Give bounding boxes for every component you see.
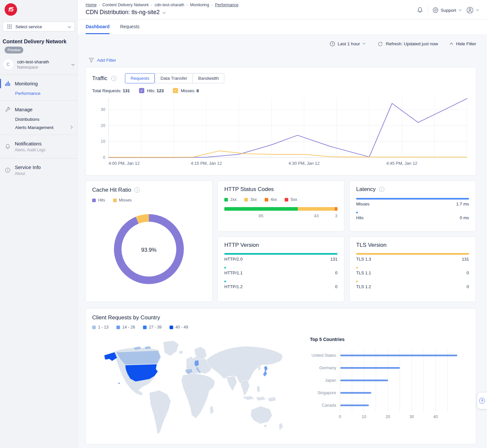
legend-range-1: 1 - 13 [92, 325, 109, 330]
info-icon[interactable]: i [111, 76, 116, 81]
breadcrumb: Home › Content Delivery Network › cdn-te… [86, 3, 238, 7]
f5-logo[interactable]: f5 [5, 3, 17, 16]
breadcrumb-monitoring[interactable]: Monitoring [190, 3, 209, 7]
user-menu-button[interactable] [466, 7, 479, 14]
nav-section-monitoring: Monitoring Performance [0, 75, 77, 100]
nav-section-notifications: Notifications Alerts, Audit Logs [0, 135, 77, 158]
http-version-card: HTTP Version HTTP/2.0131 HTTP/1.10 HTTP/… [217, 236, 344, 302]
add-filter-button[interactable]: Add Filter [85, 56, 476, 64]
latency-row-hits: Hits0 ms [356, 212, 469, 220]
bar-chart-icon [4, 81, 11, 86]
page-title-dropdown[interactable]: CDN Distribution: tls-ng-site2 [86, 9, 238, 16]
dashboard-toolbar: Last 1 hour Refresh: Updated just now Hi… [85, 39, 476, 49]
support-menu-button[interactable]: @ Support [433, 7, 462, 13]
top5-countries-title: Top 5 Countries [301, 337, 469, 342]
checkbox-checked-icon: ✓ [173, 88, 178, 93]
svg-text:Singapore: Singapore [317, 391, 336, 395]
cache-hit-ratio-value: 93.9% [111, 211, 187, 288]
page-header: Home › Content Delivery Network › cdn-te… [78, 0, 487, 19]
select-service-dropdown[interactable]: Select service [3, 22, 75, 32]
sidebar-item-manage[interactable]: Manage [0, 105, 77, 114]
svg-text:30: 30 [409, 415, 414, 419]
product-title: Content Delivery NetworkPreview [0, 32, 77, 54]
namespace-name: cdn-test-sharath [17, 59, 68, 64]
namespace-avatar: C [3, 59, 14, 70]
top5-countries-bar-chart: 010203040United StatesGermanyJapanSingap… [301, 342, 469, 427]
chevron-down-icon [362, 43, 366, 45]
bell-icon [4, 144, 11, 150]
chevron-up-icon [450, 43, 453, 45]
sidebar-item-label: Service Info [15, 164, 41, 170]
legend-2xx: 2xx [224, 197, 236, 202]
http-status-values: 85433 [224, 213, 337, 220]
help-button[interactable]: ? [477, 393, 487, 409]
hits-checkbox[interactable]: ✓ Hits: 123 [139, 88, 164, 93]
cache-hit-ratio-card: Cache Hit Ratio i Hits Misses 93.9% [85, 181, 213, 302]
chevron-down-icon [162, 10, 166, 15]
sidebar-item-alerts-management[interactable]: Alerts Management [0, 122, 77, 131]
hide-filter-label: Hide Filter [456, 41, 476, 46]
sidebar-item-subtitle: Alerts, Audit Logs [15, 148, 45, 152]
svg-text:0: 0 [339, 415, 341, 419]
wrench-icon [4, 107, 11, 112]
bell-icon [417, 7, 423, 13]
breadcrumb-cdn[interactable]: Content Delivery Network [102, 3, 149, 7]
tls-version-card: TLS Version TLS 1.3131 TLS 1.10 TLS 1.20 [349, 236, 476, 302]
svg-text:United States: United States [312, 353, 336, 358]
checkbox-checked-icon: ✓ [139, 88, 144, 93]
http-status-codes-card: HTTP Status Codes 2xx 3xx 4xx 5xx 85433 [217, 181, 344, 231]
latency-card: Latency i Misses1.7 ms Hits0 ms [349, 181, 476, 231]
sidebar: f5 Select service Content Delivery Netwo… [0, 0, 78, 448]
hide-filter-button[interactable]: Hide Filter [450, 41, 476, 46]
svg-text:Canada: Canada [322, 403, 336, 408]
divider [428, 6, 428, 14]
sidebar-item-performance[interactable]: Performance [0, 88, 77, 96]
breadcrumb-namespace[interactable]: cdn-test-sharath [154, 3, 184, 7]
latency-row-misses: Misses1.7 ms [356, 198, 469, 206]
http-version-row: HTTP/1.20 [224, 281, 337, 289]
sidebar-item-monitoring[interactable]: Monitoring [0, 79, 77, 88]
traffic-metric-toggle: Requests Data Transfer Bandwidth [125, 73, 224, 83]
sidebar-subitem-label: Performance [15, 91, 40, 96]
cache-hit-ratio-donut: 93.9% [111, 211, 187, 288]
traffic-tab-requests[interactable]: Requests [125, 73, 155, 83]
info-icon[interactable]: i [379, 187, 384, 192]
sidebar-item-distributions[interactable]: Distributions [0, 114, 77, 122]
sidebar-item-notifications[interactable]: Notifications Alerts, Audit Logs [0, 139, 77, 154]
tab-dashboard[interactable]: Dashboard [86, 24, 110, 34]
chevron-down-icon [68, 24, 71, 30]
sidebar-subitem-label: Alerts Management [15, 125, 53, 130]
tls-version-row: TLS 1.20 [356, 281, 469, 289]
avatar-icon [466, 7, 474, 14]
sidebar-item-service-info[interactable]: Service Info About [0, 162, 77, 178]
support-label: Support [441, 8, 456, 13]
svg-text:Japan: Japan [325, 378, 336, 383]
add-filter-label: Add Filter [97, 58, 116, 63]
tab-requests[interactable]: Requests [120, 24, 139, 34]
breadcrumb-home[interactable]: Home [86, 3, 96, 7]
traffic-line-chart: 01020304:00 PM, Jan 124:15 PM, Jan 124:3… [92, 95, 470, 167]
info-icon[interactable]: i [134, 187, 140, 193]
http-version-row: HTTP/2.0131 [224, 253, 337, 262]
sidebar-item-subtitle: About [15, 171, 41, 176]
breadcrumb-performance[interactable]: Performance [215, 3, 238, 7]
select-service-label: Select service [15, 24, 65, 29]
svg-text:4:30 PM, Jan 12: 4:30 PM, Jan 12 [289, 161, 320, 166]
traffic-tab-bandwidth[interactable]: Bandwidth [193, 73, 224, 83]
client-requests-title: Client Requests by Country [92, 314, 469, 321]
traffic-tab-data-transfer[interactable]: Data Transfer [155, 73, 193, 83]
latency-title: Latency [356, 186, 376, 193]
refresh-button[interactable]: Refresh: Updated just now [377, 41, 438, 47]
svg-text:@: @ [434, 8, 437, 12]
grid-icon [6, 24, 13, 29]
notifications-bell-button[interactable] [417, 7, 423, 13]
info-icon [4, 167, 11, 173]
svg-text:20: 20 [101, 123, 105, 128]
sidebar-subitem-label: Distributions [15, 117, 39, 122]
refresh-icon [377, 41, 383, 47]
misses-checkbox[interactable]: ✓ Misses: 8 [173, 88, 199, 93]
top5-countries-panel: Top 5 Countries 010203040United StatesGe… [301, 331, 469, 442]
svg-text:0: 0 [103, 155, 105, 160]
time-range-selector[interactable]: Last 1 hour [330, 41, 366, 47]
namespace-selector[interactable]: C cdn-test-sharath Namespace [3, 59, 75, 70]
